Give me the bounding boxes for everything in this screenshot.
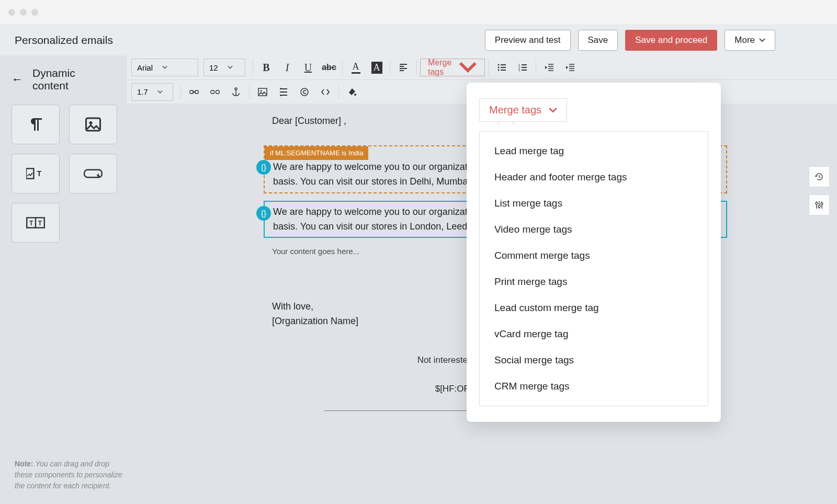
component-button[interactable] — [69, 154, 117, 193]
svg-text:T: T — [37, 169, 41, 178]
insert-table-button[interactable] — [274, 83, 293, 101]
merge-tags-dropdown-button[interactable]: Merge tags — [479, 98, 567, 122]
svg-point-10 — [498, 67, 500, 68]
paragraph-icon — [26, 115, 45, 134]
svg-point-1 — [89, 121, 93, 124]
link-button[interactable] — [184, 83, 204, 101]
ul-icon — [497, 63, 506, 72]
underline-button[interactable]: U — [298, 59, 318, 76]
code-button[interactable] — [315, 83, 335, 101]
svg-point-26 — [816, 202, 818, 204]
window-chrome — [0, 0, 837, 25]
merge-tag-option[interactable]: Print merge tags — [480, 269, 708, 295]
merge-tags-menu: Lead merge tag Header and footer merge t… — [479, 131, 708, 406]
unordered-list-button[interactable] — [492, 59, 512, 76]
svg-point-24 — [301, 88, 308, 96]
svg-point-11 — [498, 70, 500, 71]
bold-icon: B — [263, 62, 269, 74]
svg-point-25 — [354, 94, 356, 96]
align-icon — [399, 63, 408, 72]
history-button[interactable] — [809, 166, 830, 187]
bold-button[interactable]: B — [256, 59, 276, 76]
merge-tags-toolbar-button[interactable]: Merge tags — [420, 59, 485, 76]
sidebar-title: Dynamic content — [32, 67, 114, 92]
chevron-down-icon — [228, 65, 233, 70]
indent-icon — [565, 63, 575, 72]
line-height-value: 1.7 — [137, 87, 148, 96]
strikethrough-icon: abc — [322, 63, 336, 72]
header: Personalized emails Preview and test Sav… — [0, 25, 837, 55]
sliders-icon — [815, 200, 824, 210]
merge-tag-option[interactable]: Header and footer merge tags — [480, 164, 708, 190]
traffic-light-close[interactable] — [8, 9, 15, 16]
insert-image-button[interactable] — [253, 83, 273, 101]
page-title: Personalized emails — [15, 34, 113, 47]
button-icon — [84, 164, 103, 183]
dynamic-marker-icon[interactable]: {} — [256, 206, 271, 221]
outdent-button[interactable] — [539, 59, 559, 76]
columns-icon: TT — [26, 213, 45, 232]
component-text-image[interactable]: T — [12, 154, 60, 193]
chevron-down-icon — [759, 37, 765, 43]
settings-sliders-button[interactable] — [809, 194, 830, 215]
table-icon — [279, 87, 288, 97]
text-image-icon: T — [26, 164, 45, 183]
merge-tags-label: Merge tags — [428, 58, 451, 77]
merge-tag-option[interactable]: List merge tags — [480, 190, 708, 216]
merge-tag-option[interactable]: CRM merge tags — [480, 373, 708, 399]
dynamic-marker-icon[interactable]: {} — [256, 160, 271, 175]
svg-point-20 — [235, 88, 237, 90]
sidebar: ← Dynamic content T TT — [0, 55, 126, 504]
merge-tag-option[interactable]: Lead custom merge tag — [480, 295, 708, 321]
svg-text:3: 3 — [518, 68, 521, 72]
traffic-light-zoom[interactable] — [31, 9, 38, 16]
link-icon — [189, 87, 199, 97]
paint-button[interactable] — [342, 83, 362, 101]
font-family-select[interactable]: Arial — [131, 59, 198, 76]
back-button[interactable]: ← — [12, 73, 23, 86]
svg-point-28 — [821, 203, 823, 205]
unlink-button[interactable] — [205, 83, 225, 101]
highlight-button[interactable]: A — [367, 59, 387, 76]
chevron-down-icon — [162, 65, 167, 70]
svg-rect-2 — [26, 168, 33, 178]
line-height-select[interactable]: 1.7 — [131, 83, 173, 101]
font-color-button[interactable]: A — [346, 59, 366, 76]
copyright-button[interactable] — [295, 83, 314, 101]
chevron-down-icon — [549, 106, 557, 114]
condition-tag: if ML:SEGMENTNAME is India — [265, 146, 368, 160]
font-color-icon: A — [352, 61, 360, 74]
save-and-proceed-button[interactable]: Save and proceed — [625, 30, 717, 51]
more-menu-button[interactable]: More — [725, 30, 775, 51]
ordered-list-button[interactable]: 123 — [513, 59, 533, 76]
component-text[interactable] — [12, 105, 60, 144]
merge-tag-option[interactable]: vCard merge tag — [480, 321, 708, 347]
merge-tag-option[interactable]: Video merge tags — [480, 216, 708, 243]
merge-tags-popover-title: Merge tags — [489, 104, 541, 116]
merge-tag-option[interactable]: Lead merge tag — [480, 138, 708, 164]
chevron-down-icon — [459, 59, 477, 77]
merge-tag-option[interactable]: Social merge tags — [480, 347, 708, 373]
anchor-button[interactable] — [226, 83, 246, 101]
code-icon — [321, 87, 330, 97]
paint-icon — [347, 87, 357, 97]
svg-point-27 — [818, 205, 820, 208]
save-button[interactable]: Save — [578, 30, 618, 51]
preview-and-test-button[interactable]: Preview and test — [485, 30, 571, 51]
indent-button[interactable] — [560, 59, 580, 76]
font-family-value: Arial — [137, 63, 153, 72]
component-image[interactable] — [69, 105, 117, 144]
font-size-value: 12 — [209, 63, 218, 72]
font-size-select[interactable]: 12 — [203, 59, 245, 76]
align-button[interactable] — [393, 59, 413, 76]
component-columns[interactable]: TT — [12, 203, 60, 243]
highlight-icon: A — [371, 62, 382, 74]
merge-tag-option[interactable]: Comment merge tags — [480, 243, 708, 269]
svg-point-9 — [498, 64, 500, 66]
image-icon — [258, 87, 267, 97]
svg-rect-19 — [216, 90, 220, 94]
strikethrough-button[interactable]: abc — [319, 59, 339, 76]
italic-button[interactable]: I — [277, 59, 297, 76]
outdent-icon — [545, 63, 554, 72]
traffic-light-minimize[interactable] — [20, 9, 27, 16]
